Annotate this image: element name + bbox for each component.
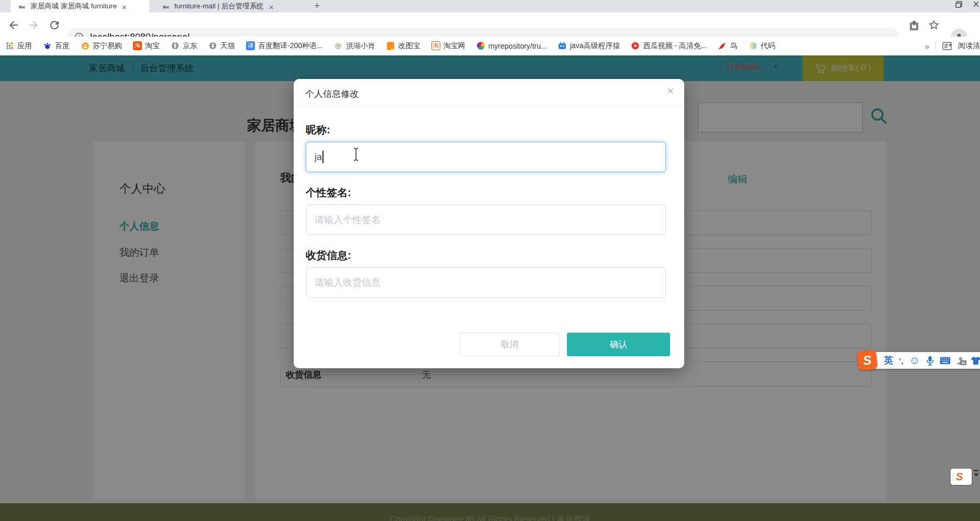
bookmark-java[interactable]: java高级程序猿 (558, 41, 620, 51)
reload-icon[interactable] (48, 19, 61, 31)
globe-icon (171, 41, 180, 50)
mouse-ibeam-cursor (352, 147, 360, 162)
bookmarks-overflow-icon[interactable]: » (925, 42, 929, 51)
tab-strip: Bee 家居商城 家居商城 furniture × Bee furniture-… (0, 0, 980, 13)
sogou-logo-icon[interactable]: S (856, 349, 878, 371)
bookmark-label: 天猫 (220, 41, 235, 51)
reading-list-label[interactable]: 阅读清 (958, 41, 980, 51)
dialog-title: 个人信息修改 (305, 88, 359, 100)
emoji-icon[interactable]: ☺ (909, 354, 920, 367)
badge-count: 16 (960, 360, 966, 365)
window-close-icon[interactable] (974, 1, 979, 8)
back-icon[interactable] (7, 19, 20, 31)
bookmark-baidu[interactable]: 百度 (43, 41, 70, 51)
tab-close-icon[interactable]: × (122, 4, 127, 11)
confirm-button[interactable]: 确认 (567, 333, 670, 356)
suning-lion-icon (81, 41, 90, 50)
translate-icon: 译 (246, 41, 255, 50)
bookmark-taobao[interactable]: 淘 淘宝 (133, 41, 160, 51)
ime-toolbar[interactable]: S 英 ’, ☺ 16 (863, 352, 980, 369)
orange-doc-icon (386, 41, 395, 50)
bookmark-label: 百度翻译-200种语... (258, 41, 323, 51)
bookmark-label: 京东 (183, 41, 197, 51)
divider (936, 41, 936, 51)
bookmark-label: 苏宁易购 (93, 41, 122, 51)
dialog-header: 个人信息修改 × (294, 79, 684, 106)
ime-punctuation-icon[interactable]: ’, (899, 356, 903, 365)
shipping-input[interactable] (306, 267, 666, 298)
taobao-icon: 淘 (431, 41, 440, 50)
bookmark-label: 洪湖小肖 (346, 41, 375, 51)
browser-toolbar: localhost:8080/personal (0, 13, 980, 37)
nickname-value: ja (315, 152, 322, 163)
keyboard-icon[interactable] (940, 357, 951, 365)
forward-icon (27, 19, 40, 31)
share-icon[interactable] (908, 19, 920, 31)
reading-list-icon[interactable] (942, 42, 952, 50)
tab-admin-system[interactable]: Bee furniture-mall | 后台管理系统 × (154, 0, 305, 13)
text-caret (322, 151, 324, 163)
new-tab-button[interactable]: + (314, 0, 320, 12)
tab-title: furniture-mall | 后台管理系统 (174, 2, 264, 11)
bookmark-honghu[interactable]: 洪湖小肖 (334, 41, 375, 51)
bookmark-code[interactable]: 代码 (749, 41, 775, 51)
window-restore-icon[interactable] (955, 1, 962, 8)
taobao-icon: 淘 (133, 41, 142, 50)
bookmark-label: 淘宝网 (443, 41, 465, 51)
bookmark-label: 鸟 (730, 41, 738, 51)
bookmark-suning[interactable]: 苏宁易购 (81, 41, 122, 51)
bookmark-label: 淘宝 (145, 41, 160, 51)
bookmark-label: 应用 (17, 41, 32, 51)
bookmark-label: 百度 (55, 41, 70, 51)
bookmark-apps[interactable]: 应用 (5, 41, 32, 51)
signature-label: 个性签名: (306, 186, 666, 200)
sogou-mini-bar[interactable]: S (951, 469, 972, 485)
bookmark-label: java高级程序猿 (570, 41, 620, 51)
sogou-logo-icon[interactable]: S (956, 471, 963, 483)
bookmark-taobao-web[interactable]: 淘 淘宝网 (431, 41, 465, 51)
bookmark-label: myrepository/tru... (488, 42, 547, 50)
rainbow-circle-icon (476, 41, 485, 50)
bookmark-bird[interactable]: 鸟 (718, 41, 738, 51)
cancel-button[interactable]: 取消 (460, 333, 560, 356)
bee-favicon-icon: Bee (18, 3, 26, 11)
nickname-label: 昵称: (306, 123, 666, 137)
ime-language-toggle[interactable]: 英 (884, 354, 893, 367)
bookmark-star-icon[interactable] (928, 19, 940, 31)
close-icon[interactable]: × (667, 85, 674, 97)
monkey-icon (334, 41, 343, 50)
bookmark-baidu-translate[interactable]: 译 百度翻译-200种语... (246, 41, 323, 51)
bookmark-gaituba[interactable]: 改图宝 (386, 41, 420, 51)
tab-title: 家居商城 家居商城 furniture (30, 2, 117, 11)
signature-input[interactable] (306, 205, 666, 235)
tab-close-icon[interactable]: × (269, 4, 274, 11)
bookmark-tmall[interactable]: 天猫 (208, 41, 235, 51)
bookmark-label: 西瓜视频 - 高清免... (643, 41, 707, 51)
coin-icon (749, 41, 758, 50)
globe-icon (208, 41, 217, 50)
browser-window: Bee 家居商城 家居商城 furniture × Bee furniture-… (0, 0, 980, 521)
robot-icon (558, 41, 567, 50)
bookmark-xigua[interactable]: 西瓜视频 - 高清免... (631, 41, 707, 51)
baidu-paw-icon (43, 41, 52, 50)
bookmark-jd[interactable]: 京东 (171, 41, 197, 51)
shipping-label: 收货信息: (306, 248, 666, 263)
sogou-mini-controls[interactable] (974, 470, 979, 477)
bookmarks-right-group: » 阅读清 (921, 37, 980, 55)
play-circle-icon (631, 41, 640, 50)
bookmark-myrepository[interactable]: myrepository/tru... (476, 41, 547, 50)
bookmark-label: 改图宝 (398, 41, 420, 51)
apps-grid-icon (5, 41, 14, 50)
drag-handle[interactable] (951, 473, 955, 481)
bookmarks-bar: 应用 百度 苏宁易购 淘 淘宝 京东 天猫 (0, 37, 980, 55)
window-controls (955, 1, 979, 8)
bee-favicon-icon: Bee (162, 3, 170, 11)
microphone-icon[interactable] (926, 356, 934, 366)
edit-profile-dialog: 个人信息修改 × 昵称: ja 个性签名: 收货信息: 取消 确认 (294, 79, 684, 368)
bird-icon (718, 41, 727, 50)
user-badge-icon[interactable]: 16 (956, 356, 965, 365)
bookmark-label: 代码 (761, 41, 775, 51)
tab-furniture-shop[interactable]: Bee 家居商城 家居商城 furniture × (10, 0, 149, 13)
skin-tshirt-icon[interactable] (971, 356, 980, 365)
